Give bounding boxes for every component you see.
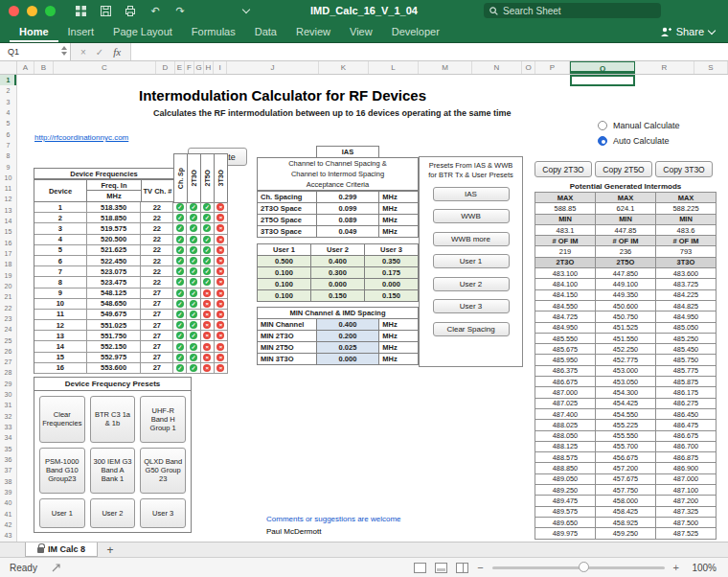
row-header-32[interactable]: 32 (0, 411, 16, 422)
frequency-preset-button[interactable]: User 1 (39, 498, 85, 528)
device-frequency-cell[interactable]: 522.450 (87, 256, 142, 265)
3t3o-frequency-cell[interactable]: 486.900 (656, 463, 717, 473)
2t3o-frequency-cell[interactable]: 489.650 (535, 518, 596, 527)
count-value-cell[interactable]: 793 (656, 246, 717, 256)
3t3o-frequency-cell[interactable]: 486.875 (656, 452, 717, 462)
row-header-26[interactable]: 26 (0, 346, 16, 357)
column-header-F[interactable]: F (185, 61, 194, 74)
select-all-corner[interactable] (0, 61, 17, 74)
2t3o-frequency-cell[interactable]: 489.475 (535, 496, 596, 505)
2t5o-frequency-cell[interactable]: 453.000 (596, 366, 656, 376)
auto-calculate-radio[interactable] (598, 136, 607, 146)
2t3o-frequency-cell[interactable]: 489.575 (535, 507, 596, 517)
ribbon-tab-data[interactable]: Data (245, 22, 286, 42)
zoom-in-button[interactable]: + (673, 562, 679, 573)
column-header-O[interactable]: O (522, 61, 535, 74)
row-header-2[interactable]: 2 (0, 85, 16, 96)
frequency-preset-button[interactable]: User 2 (90, 498, 136, 528)
device-tv-channel-cell[interactable]: 22 (141, 277, 173, 287)
user3-value-cell[interactable]: 0.000 (365, 279, 419, 289)
auto-calculate-option[interactable]: Auto Calculate (598, 136, 680, 146)
column-header-J[interactable]: J (227, 61, 319, 74)
3t3o-frequency-cell[interactable]: 487.500 (656, 518, 717, 527)
row-header-30[interactable]: 30 (0, 389, 16, 400)
row-header-27[interactable]: 27 (0, 357, 16, 367)
ribbon-tab-home[interactable]: Home (10, 22, 58, 42)
max-value-cell[interactable]: 624.1 (596, 203, 656, 213)
user2-value-cell[interactable]: 0.400 (311, 256, 365, 266)
2t5o-frequency-cell[interactable]: 455.700 (596, 442, 656, 451)
ribbon-tab-view[interactable]: View (340, 22, 382, 42)
row-header-24[interactable]: 24 (0, 324, 16, 335)
2t5o-frequency-cell[interactable]: 457.750 (596, 485, 656, 495)
device-tv-channel-cell[interactable]: 27 (141, 320, 173, 330)
device-number-cell[interactable]: 5 (34, 245, 87, 255)
confirm-entry-icon[interactable]: ✓ (96, 47, 103, 58)
user2-value-cell[interactable]: 0.000 (311, 279, 365, 289)
column-header-D[interactable]: D (156, 61, 175, 74)
device-number-cell[interactable]: 9 (34, 288, 87, 298)
3t3o-frequency-cell[interactable]: 484.225 (656, 290, 717, 300)
preset-button[interactable]: Clear Spacing (433, 322, 510, 336)
3t3o-frequency-cell[interactable]: 485.250 (656, 334, 717, 343)
device-tv-channel-cell[interactable]: 27 (141, 353, 173, 362)
max-value-cell[interactable]: 588.225 (656, 203, 717, 213)
column-header-P[interactable]: P (535, 61, 570, 74)
device-number-cell[interactable]: 11 (34, 310, 87, 319)
spacing-value-cell[interactable]: 0.299 (317, 192, 380, 202)
device-tv-channel-cell[interactable]: 27 (141, 341, 173, 351)
row-header-16[interactable]: 16 (0, 238, 16, 248)
column-header-L[interactable]: L (369, 61, 419, 74)
frequency-preset-button[interactable]: UHF-R Band H Group 1 (140, 396, 186, 443)
cancel-entry-icon[interactable]: × (80, 47, 86, 58)
device-frequency-cell[interactable]: 549.675 (87, 310, 142, 319)
device-frequency-cell[interactable]: 518.350 (87, 202, 142, 212)
device-frequency-cell[interactable]: 548.650 (87, 299, 142, 309)
frequency-preset-button[interactable]: QLXD Band G50 Group 23 (140, 448, 186, 495)
row-header-12[interactable]: 12 (0, 194, 16, 204)
2t3o-frequency-cell[interactable]: 488.125 (535, 442, 596, 451)
2t5o-frequency-cell[interactable]: 454.425 (596, 399, 656, 408)
zoom-level-label[interactable]: 100% (688, 563, 717, 573)
frequency-preset-button[interactable]: BTR C3 1a & 1b (90, 396, 136, 443)
row-header-35[interactable]: 35 (0, 444, 16, 454)
column-header-N[interactable]: N (472, 61, 522, 74)
insert-function-icon[interactable]: fx (113, 46, 121, 58)
row-header-22[interactable]: 22 (0, 303, 16, 313)
device-number-cell[interactable]: 14 (34, 341, 87, 351)
user1-value-cell[interactable]: 0.100 (258, 279, 311, 289)
user3-value-cell[interactable]: 0.175 (365, 267, 419, 278)
row-header-29[interactable]: 29 (0, 379, 16, 389)
row-header-4[interactable]: 4 (0, 107, 16, 118)
preset-button[interactable]: IAS (433, 187, 510, 201)
2t5o-frequency-cell[interactable]: 455.550 (596, 431, 656, 441)
device-frequency-cell[interactable]: 551.025 (87, 320, 142, 330)
2t3o-frequency-cell[interactable]: 485.675 (535, 344, 596, 354)
spacing-value-cell[interactable]: 0.049 (317, 226, 380, 237)
save-icon[interactable] (100, 5, 111, 16)
2t3o-frequency-cell[interactable]: 484.550 (535, 301, 596, 311)
3t3o-frequency-cell[interactable]: 486.475 (656, 420, 717, 429)
frequency-preset-button[interactable]: 300 IEM G3 Band A Bank 1 (90, 448, 136, 495)
row-header-37[interactable]: 37 (0, 465, 16, 475)
3t3o-frequency-cell[interactable]: 485.875 (656, 377, 717, 386)
copy-intermods-button[interactable]: Copy 3T3O (655, 161, 713, 177)
row-header-21[interactable]: 21 (0, 291, 16, 302)
spacing-value-cell[interactable]: 0.089 (317, 215, 380, 225)
2t5o-frequency-cell[interactable]: 450.750 (596, 312, 656, 321)
frequency-preset-button[interactable]: PSM-1000 Band G10 Group23 (39, 448, 85, 495)
2t3o-frequency-cell[interactable]: 489.050 (535, 474, 596, 484)
frequency-preset-button[interactable]: User 3 (140, 498, 186, 528)
device-number-cell[interactable]: 1 (34, 202, 87, 212)
2t5o-frequency-cell[interactable]: 458.425 (596, 507, 656, 517)
3t3o-frequency-cell[interactable]: 484.825 (656, 301, 717, 311)
2t5o-frequency-cell[interactable]: 458.000 (596, 496, 656, 505)
device-number-cell[interactable]: 3 (34, 223, 87, 233)
row-header-36[interactable]: 36 (0, 454, 16, 465)
copy-intermods-button[interactable]: Copy 2T5O (595, 161, 652, 177)
device-tv-channel-cell[interactable]: 22 (141, 202, 173, 212)
toolbar-chevron-down-icon[interactable] (242, 5, 250, 12)
device-frequency-cell[interactable]: 551.750 (87, 331, 142, 340)
device-tv-channel-cell[interactable]: 27 (141, 288, 173, 298)
row-header-28[interactable]: 28 (0, 367, 16, 378)
